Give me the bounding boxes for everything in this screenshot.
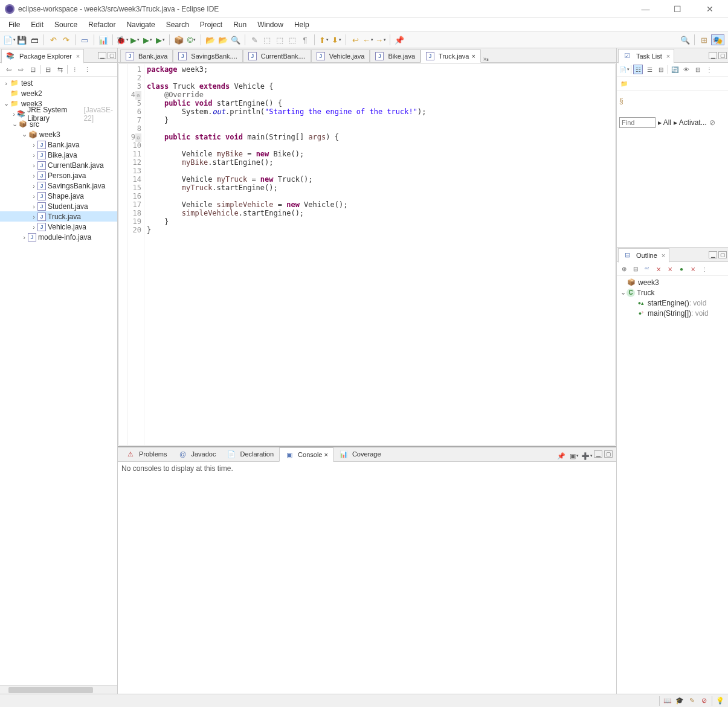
tab-console[interactable]: ▣Console× xyxy=(279,447,333,462)
hide-non-public-icon[interactable]: ● xyxy=(677,264,686,274)
package-explorer-tab[interactable]: 📚 Package Explorer × xyxy=(1,49,84,63)
redo-icon[interactable]: ↷ xyxy=(60,34,71,45)
open-task-icon[interactable]: 📂 xyxy=(217,34,228,45)
editor-tab-savingsbank[interactable]: JSavingsBank.... xyxy=(173,50,242,62)
collapse-all-icon[interactable]: ⊟ xyxy=(43,65,53,74)
save-icon[interactable]: 💾 xyxy=(16,34,27,45)
java-perspective-icon[interactable]: 🎭 xyxy=(711,34,724,45)
open-perspective-icon[interactable]: ⊞ xyxy=(698,34,709,45)
toggle-breadcrumb-icon[interactable]: ▭ xyxy=(79,34,90,45)
sb-book-icon[interactable]: 📖 xyxy=(663,697,672,705)
outline-method-startengine[interactable]: ●▴startEngine() : void xyxy=(618,298,727,308)
search-icon[interactable]: 🔍 xyxy=(230,34,241,45)
menu-refactor[interactable]: Refactor xyxy=(83,19,120,30)
pin-editor-icon[interactable]: 📌 xyxy=(394,34,405,45)
tree-project-week2[interactable]: 📁week2 xyxy=(0,88,117,98)
new-icon[interactable]: 📄▾ xyxy=(4,34,14,45)
synchronize-icon[interactable]: 🔄 xyxy=(670,65,680,74)
tree-file-bike[interactable]: ›JBike.java xyxy=(0,150,117,160)
editor-tab-vehicle[interactable]: JVehicle.java xyxy=(311,50,370,62)
minimize-view-icon[interactable]: ▁ xyxy=(98,52,106,59)
close-icon[interactable]: × xyxy=(324,451,327,458)
minimize-button[interactable]: — xyxy=(632,1,659,18)
close-button[interactable]: ✕ xyxy=(696,1,723,18)
tree-file-truck[interactable]: ›JTruck.java xyxy=(0,211,117,222)
annotation-prev-icon[interactable]: ⬆▾ xyxy=(318,34,329,45)
find-link-icon[interactable]: § xyxy=(619,97,623,105)
tree-file-savingsbank[interactable]: ›JSavingsBank.java xyxy=(0,181,117,191)
new-java-package-icon[interactable]: 📦 xyxy=(173,34,184,45)
menu-run[interactable]: Run xyxy=(228,19,251,30)
outline-package[interactable]: 📦week3 xyxy=(618,277,727,287)
editor-marker-ruler[interactable] xyxy=(119,64,127,445)
focus-icon[interactable]: ⊟ xyxy=(656,65,666,74)
menu-window[interactable]: Window xyxy=(253,19,288,30)
minimize-view-icon[interactable]: ▁ xyxy=(709,52,717,59)
view-menu-icon[interactable]: ⋮ xyxy=(704,65,714,74)
run-icon[interactable]: ▶▾ xyxy=(129,34,140,45)
display-console-icon[interactable]: ▣▾ xyxy=(569,450,579,461)
sb-hat-icon[interactable]: 🎓 xyxy=(675,697,684,705)
tree-jre-library[interactable]: ›📚JRE System Library[JavaSE-22] xyxy=(0,109,117,119)
coverage-run-icon[interactable]: ▶▾ xyxy=(142,34,153,45)
tree-file-module-info[interactable]: ›Jmodule-info.java xyxy=(0,232,117,242)
minimize-view-icon[interactable]: ▁ xyxy=(594,450,602,458)
debug-icon[interactable]: 🐞▾ xyxy=(117,34,127,45)
close-icon[interactable]: × xyxy=(666,53,670,60)
maximize-view-icon[interactable]: ▢ xyxy=(604,450,613,458)
tab-problems[interactable]: ⚠Problems xyxy=(120,447,172,461)
tree-file-shape[interactable]: ›JShape.java xyxy=(0,191,117,201)
close-icon[interactable]: × xyxy=(76,53,80,60)
tab-coverage[interactable]: 📊Coverage xyxy=(333,447,387,461)
minimize-view-icon[interactable]: ▁ xyxy=(709,251,717,258)
editor-tab-truck[interactable]: JTruck.java× xyxy=(420,50,481,63)
toggle-whitespace-icon[interactable]: ⬚ xyxy=(274,34,285,45)
menu-source[interactable]: Source xyxy=(50,19,82,30)
editor-tab-bank[interactable]: JBank.java xyxy=(120,50,173,62)
menu-edit[interactable]: Edit xyxy=(26,19,48,30)
editor-tab-currentbank[interactable]: JCurrentBank.... xyxy=(243,50,311,62)
activate-filter[interactable]: ▸ Activat... xyxy=(674,118,707,127)
menu-search[interactable]: Search xyxy=(161,19,194,30)
maximize-button[interactable]: ☐ xyxy=(664,1,691,18)
hide-fields-icon[interactable]: ⨯ xyxy=(654,264,663,274)
toggle-word-wrap-icon[interactable]: ⬚ xyxy=(287,34,298,45)
sort-icon[interactable]: ⊟ xyxy=(631,264,640,274)
open-type-icon[interactable]: 📂 xyxy=(205,34,216,45)
maximize-view-icon[interactable]: ▢ xyxy=(718,251,727,258)
task-list-tab[interactable]: ☑ Task List × xyxy=(618,49,674,63)
forward-icon[interactable]: →▾ xyxy=(375,34,386,45)
new-task-icon[interactable]: 📄▾ xyxy=(619,65,629,74)
tree-file-person[interactable]: ›JPerson.java xyxy=(0,170,117,181)
tree-file-vehicle[interactable]: ›JVehicle.java xyxy=(0,222,117,232)
editor-tab-bike[interactable]: JBike.java xyxy=(370,50,420,62)
outline-method-main[interactable]: ●ˢmain(String[]) : void xyxy=(618,308,727,318)
back-nav-icon[interactable]: ⇦ xyxy=(4,65,13,74)
editor-text-area[interactable]: package week3;class Truck extends Vehicl… xyxy=(144,64,615,445)
categorize-icon[interactable]: ☷ xyxy=(633,65,643,74)
link-editor-icon[interactable]: ⇆ xyxy=(55,65,65,74)
toggle-mark-icon[interactable]: ✎ xyxy=(249,34,260,45)
menu-navigate[interactable]: Navigate xyxy=(121,19,159,30)
quick-access-icon[interactable]: 🔍 xyxy=(680,34,691,45)
tree-file-student[interactable]: ›JStudent.java xyxy=(0,201,117,211)
find-input[interactable] xyxy=(619,117,656,128)
menu-project[interactable]: Project xyxy=(195,19,227,30)
close-icon[interactable]: × xyxy=(662,252,665,259)
maximize-view-icon[interactable]: ▢ xyxy=(108,52,116,59)
outline-class-truck[interactable]: ⌄CTruck xyxy=(618,287,727,298)
focus-icon[interactable]: ⊕ xyxy=(619,264,629,274)
menu-file[interactable]: File xyxy=(4,19,25,30)
tab-javadoc[interactable]: @Javadoc xyxy=(172,447,221,461)
back-icon[interactable]: ←▾ xyxy=(362,34,373,45)
outline-tab[interactable]: ⊟ Outline × xyxy=(618,248,669,263)
run-last-icon[interactable]: ▶▾ xyxy=(155,34,166,45)
tree-file-bank[interactable]: ›JBank.java xyxy=(0,139,117,150)
forward-nav-icon[interactable]: ⇨ xyxy=(16,65,25,74)
hide-icon[interactable]: 👁 xyxy=(681,65,691,74)
view-menu-icon[interactable]: ⋮ xyxy=(700,264,709,274)
hide-local-icon[interactable]: ⨯ xyxy=(688,264,698,274)
up-nav-icon[interactable]: ⊡ xyxy=(28,65,37,74)
tab-declaration[interactable]: 📄Declaration xyxy=(221,447,279,461)
sb-tip-icon[interactable]: 💡 xyxy=(716,697,724,705)
